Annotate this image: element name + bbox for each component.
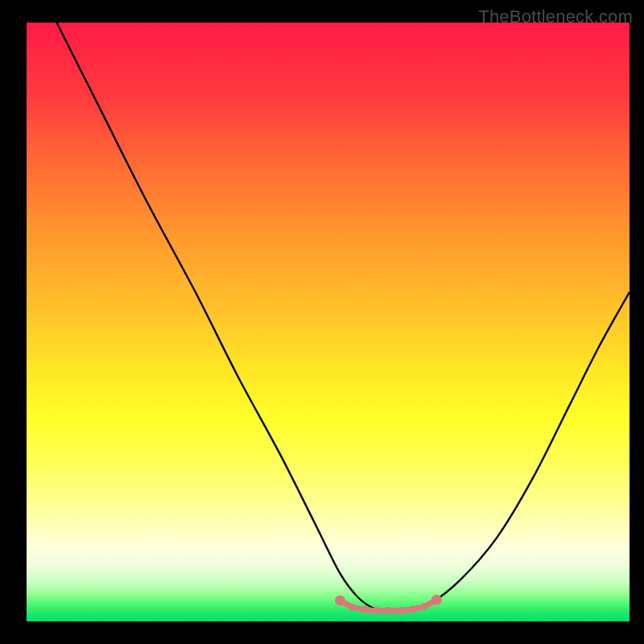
bottleneck-curve-line [56,23,630,610]
curve-svg [27,23,630,621]
chart-container: TheBottleneck.com [0,0,644,644]
optimal-range-connector [340,600,436,610]
plot-area [27,23,630,621]
watermark-text: TheBottleneck.com [478,6,633,27]
